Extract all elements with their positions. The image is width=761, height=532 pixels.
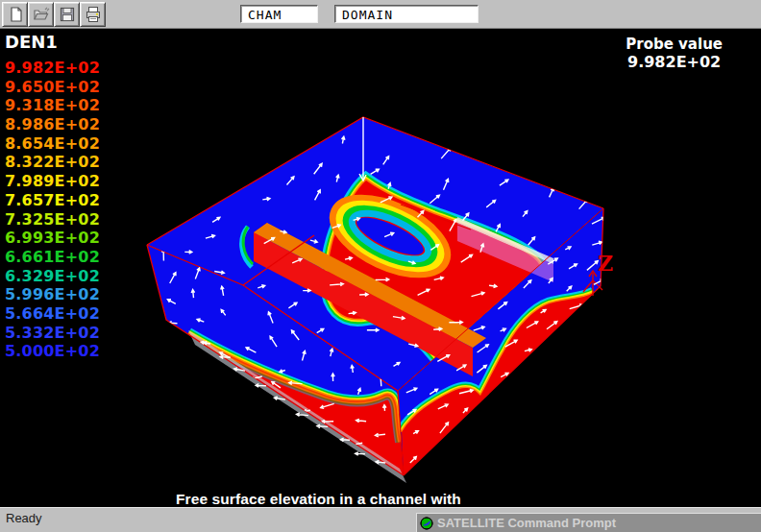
taskbar-window-title: SATELLITE Command Prompt xyxy=(437,516,616,530)
save-floppy-icon xyxy=(59,6,76,23)
legend-entry: 6.993E+02 xyxy=(5,229,100,248)
print-button[interactable] xyxy=(80,2,106,27)
plot-caption: Free surface elevation in a channel with xyxy=(176,491,461,507)
legend-entry: 6.329E+02 xyxy=(5,267,100,286)
open-folder-icon xyxy=(33,6,50,23)
legend-entry: 6.661E+02 xyxy=(5,248,100,267)
satellite-icon xyxy=(420,517,433,530)
legend-entry: 8.986E+02 xyxy=(5,115,100,134)
legend-entry: 5.332E+02 xyxy=(5,324,100,343)
taskbar-window-button[interactable]: SATELLITE Command Prompt xyxy=(416,513,761,532)
legend-entry: 9.982E+02 xyxy=(5,59,100,78)
legend-entry: 8.322E+02 xyxy=(5,153,100,172)
legend-panel: DEN1 9.982E+02 9.650E+02 9.318E+02 8.986… xyxy=(5,32,100,361)
legend-entry: 9.650E+02 xyxy=(5,78,100,97)
legend-entry: 7.657E+02 xyxy=(5,191,100,210)
application-window: DEN1 9.982E+02 9.650E+02 9.318E+02 8.986… xyxy=(0,0,761,532)
print-icon xyxy=(85,6,102,23)
new-document-icon xyxy=(7,6,24,23)
domain-field[interactable] xyxy=(334,5,479,23)
status-text: Ready xyxy=(6,511,42,525)
probe-readout: Probe value 9.982E+02 xyxy=(626,36,723,71)
save-button[interactable] xyxy=(54,2,80,27)
z-axis-label: Z xyxy=(598,251,613,276)
probe-value: 9.982E+02 xyxy=(626,53,723,71)
plot-canvas: DEN1 9.982E+02 9.650E+02 9.318E+02 8.986… xyxy=(0,29,761,507)
legend-entry: 5.000E+02 xyxy=(5,342,100,361)
legend-entry: 7.989E+02 xyxy=(5,172,100,191)
new-button[interactable] xyxy=(2,2,28,27)
legend-entry: 5.996E+02 xyxy=(5,285,100,304)
scene-3d[interactable]: Z xyxy=(0,29,761,507)
legend-entry: 7.325E+02 xyxy=(5,210,100,230)
legend-entry: 8.654E+02 xyxy=(5,134,100,154)
open-button[interactable] xyxy=(28,2,54,27)
legend-variable: DEN1 xyxy=(5,32,100,52)
cham-field[interactable] xyxy=(240,5,318,23)
status-bar: Ready SATELLITE Command Prompt xyxy=(0,507,761,532)
probe-label: Probe value xyxy=(626,36,723,53)
legend-entry: 5.664E+02 xyxy=(5,304,100,324)
toolbar xyxy=(0,0,761,29)
legend-entry: 9.318E+02 xyxy=(5,96,100,115)
